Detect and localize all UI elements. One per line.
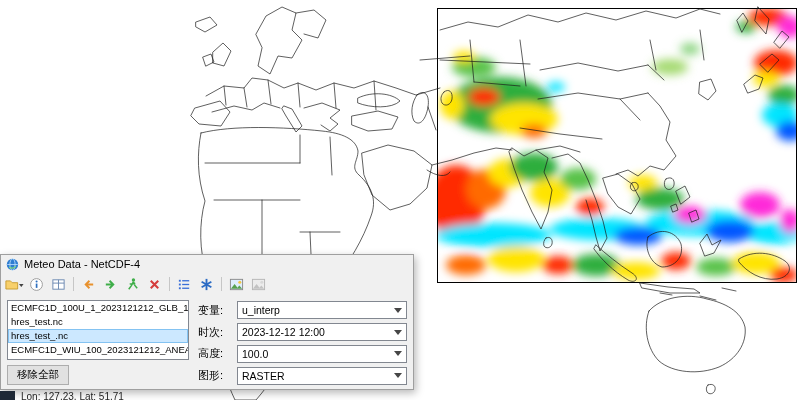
- level-select[interactable]: 100.0: [237, 345, 407, 363]
- info-icon[interactable]: [27, 275, 46, 293]
- delete-icon[interactable]: [145, 275, 164, 293]
- back-arrow-icon[interactable]: [79, 275, 98, 293]
- map-image-disabled-icon: [249, 275, 268, 293]
- chevron-down-icon: [394, 351, 402, 356]
- process-settings-icon[interactable]: [197, 275, 216, 293]
- variable-select[interactable]: u_interp: [237, 301, 407, 319]
- variable-value: u_interp: [242, 304, 394, 316]
- toolbar-separator: [73, 277, 74, 291]
- app-taskbar-icon: [0, 391, 15, 400]
- raster-field-image: [438, 9, 796, 282]
- meteo-data-dialog: Meteo Data - NetCDF-4: [0, 254, 414, 390]
- field-time: 时次: 2023-12-12 12:00: [198, 323, 407, 342]
- app-icon: [6, 258, 19, 271]
- graphic-label: 图形:: [198, 368, 230, 383]
- field-list-icon[interactable]: [175, 275, 194, 293]
- chevron-down-icon: [394, 373, 402, 378]
- time-label: 时次:: [198, 325, 230, 340]
- level-label: 高度:: [198, 346, 230, 361]
- graphic-value: RASTER: [242, 370, 394, 382]
- open-folder-menu-icon[interactable]: [5, 275, 24, 293]
- cursor-position: Lon: 127.23, Lat: 51.71: [21, 391, 124, 400]
- chevron-down-icon: [394, 308, 402, 313]
- data-grid-icon[interactable]: [49, 275, 68, 293]
- field-level: 高度: 100.0: [198, 345, 407, 364]
- dialog-titlebar[interactable]: Meteo Data - NetCDF-4: [1, 255, 413, 273]
- file-panel: ECMFC1D_100U_1_2023121212_GLB_1.grib1 hr…: [7, 300, 189, 385]
- toolbar-separator: [169, 277, 170, 291]
- map-image-icon[interactable]: [227, 275, 246, 293]
- file-list-item[interactable]: ECMFC1D_100U_1_2023121212_GLB_1.grib1: [8, 301, 188, 315]
- chevron-down-icon: [394, 330, 402, 335]
- raster-data-region[interactable]: [437, 8, 797, 283]
- forward-arrow-icon[interactable]: [101, 275, 120, 293]
- file-list-item[interactable]: hres_test.nc: [8, 315, 188, 329]
- status-bar: Lon: 127.23, Lat: 51.71: [0, 391, 124, 400]
- time-select[interactable]: 2023-12-12 12:00: [237, 323, 407, 341]
- dialog-title: Meteo Data - NetCDF-4: [24, 258, 140, 270]
- field-variable: 变量: u_interp: [198, 301, 407, 320]
- remove-all-button[interactable]: 移除全部: [7, 365, 69, 385]
- dialog-toolbar: [1, 273, 413, 295]
- file-list-item-selected[interactable]: hres_test_.nc: [8, 329, 188, 343]
- run-icon[interactable]: [123, 275, 142, 293]
- dialog-body: ECMFC1D_100U_1_2023121212_GLB_1.grib1 hr…: [1, 295, 413, 389]
- graphic-select[interactable]: RASTER: [237, 367, 407, 385]
- file-list-item[interactable]: ECMFC1D_WIU_100_2023121212_ANEA_1.grib1: [8, 343, 188, 357]
- parameter-fields: 变量: u_interp 时次: 2023-12-12 12:00 高度: 10…: [198, 300, 407, 385]
- time-value: 2023-12-12 12:00: [242, 326, 394, 338]
- variable-label: 变量:: [198, 303, 230, 318]
- file-list[interactable]: ECMFC1D_100U_1_2023121212_GLB_1.grib1 hr…: [7, 300, 189, 360]
- field-graphic: 图形: RASTER: [198, 366, 407, 385]
- level-value: 100.0: [242, 348, 394, 360]
- toolbar-separator: [221, 277, 222, 291]
